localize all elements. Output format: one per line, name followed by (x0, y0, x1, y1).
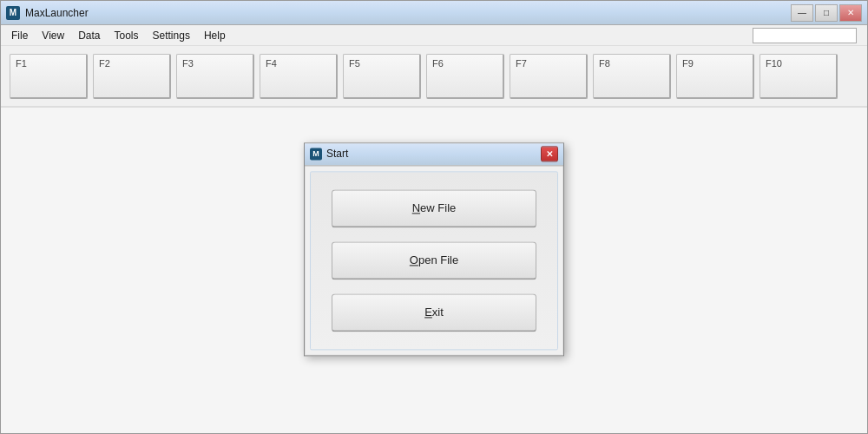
menu-tools[interactable]: Tools (108, 28, 146, 43)
new-file-button[interactable]: New File (332, 189, 536, 227)
title-bar-controls: — □ ✕ (791, 4, 862, 22)
dialog-icon: M (310, 148, 322, 160)
fkey-f4[interactable]: F4 (260, 54, 338, 99)
menu-help[interactable]: Help (197, 28, 233, 43)
fkey-f5[interactable]: F5 (343, 54, 421, 99)
dialog-body: New File Open File Exit (310, 171, 558, 350)
exit-button[interactable]: Exit (332, 293, 536, 332)
toolbar: F1 F2 F3 F4 F5 F6 F7 F8 F9 F10 (1, 46, 867, 107)
maximize-button[interactable]: □ (815, 4, 838, 22)
menu-settings[interactable]: Settings (146, 28, 197, 43)
main-window: M MaxLauncher — □ ✕ File View Data Tools… (0, 0, 868, 434)
new-file-label: New File (412, 201, 457, 214)
fkey-f8[interactable]: F8 (593, 54, 671, 99)
fkey-f3[interactable]: F3 (176, 54, 254, 99)
start-dialog: M Start ✕ New File Open File Exit (304, 142, 564, 356)
app-icon: M (6, 6, 20, 20)
exit-label: Exit (424, 306, 444, 319)
title-bar: M MaxLauncher — □ ✕ (1, 1, 867, 25)
title-bar-left: M MaxLauncher (6, 6, 89, 20)
fkey-f10[interactable]: F10 (760, 54, 838, 99)
dialog-title-text: Start (326, 148, 348, 160)
menu-file[interactable]: File (4, 28, 35, 43)
dialog-close-button[interactable]: ✕ (541, 146, 558, 161)
fkey-f9[interactable]: F9 (676, 54, 754, 99)
fkey-f6[interactable]: F6 (426, 54, 504, 99)
fkey-f1[interactable]: F1 (10, 54, 88, 99)
menu-view[interactable]: View (35, 28, 71, 43)
app-title: MaxLauncher (25, 7, 89, 19)
fkey-f2[interactable]: F2 (93, 54, 171, 99)
open-file-button[interactable]: Open File (332, 241, 536, 279)
menu-bar: File View Data Tools Settings Help (1, 25, 867, 46)
open-file-label: Open File (410, 253, 458, 266)
menu-data[interactable]: Data (71, 28, 107, 43)
search-box[interactable] (753, 28, 857, 43)
minimize-button[interactable]: — (791, 4, 813, 22)
fkey-f7[interactable]: F7 (510, 54, 588, 99)
content-area: M Start ✕ New File Open File Exit (1, 107, 867, 433)
dialog-title-left: M Start (310, 148, 348, 160)
window-close-button[interactable]: ✕ (839, 4, 862, 22)
dialog-title-bar: M Start ✕ (305, 143, 563, 166)
search-input[interactable] (753, 28, 857, 43)
